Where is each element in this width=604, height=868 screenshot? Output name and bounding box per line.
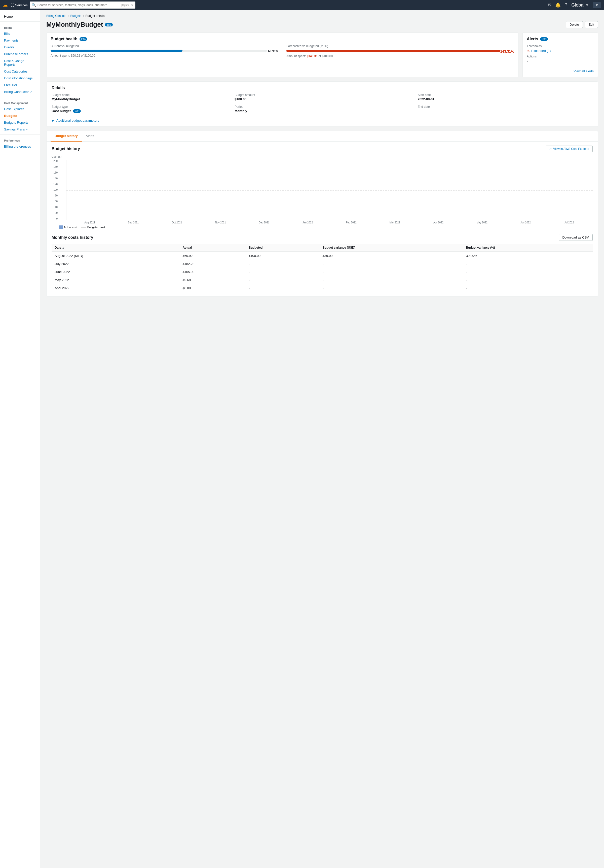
legend-budgeted: Budgeted cost (81, 226, 105, 229)
search-input[interactable] (37, 3, 120, 7)
y-80: 80 (55, 194, 58, 197)
budget-amount-label: Budget amount (235, 93, 409, 97)
help-icon[interactable]: ? (565, 3, 567, 8)
sidebar-item-bills[interactable]: Bills (0, 30, 40, 37)
budget-type-info[interactable]: Info (73, 109, 80, 113)
page-info-badge[interactable]: Info (105, 23, 113, 26)
legend-budgeted-line (81, 227, 87, 228)
cell-date-4: April 2022 (52, 284, 179, 292)
breadcrumb-sep2: › (83, 14, 84, 18)
cell-variance_pct-4: - (463, 284, 593, 292)
col-variance-pct[interactable]: Budget variance (%) (463, 244, 593, 252)
cell-date-3: May 2022 (52, 276, 179, 284)
col-variance-usd[interactable]: Budget variance (USD) (320, 244, 463, 252)
forecasted-progress-fill (286, 50, 501, 52)
warning-icon: ⚠ (527, 49, 530, 53)
sidebar-item-cost-usage-reports[interactable]: Cost & Usage Reports (0, 57, 40, 68)
additional-params-toggle[interactable]: ► Additional budget parameters (52, 116, 593, 122)
sidebar-item-budgets[interactable]: Budgets (0, 112, 40, 119)
end-date-label: End date (418, 105, 593, 108)
sidebar-item-cost-allocation-tags[interactable]: Cost allocation tags (0, 75, 40, 82)
cell-budgeted-0: $100.00 (246, 252, 320, 260)
cell-variance_pct-3: - (463, 276, 593, 284)
top-navigation: ☁ ☷ Services 🔍 [Option+S] ✉ 🔔 ? Global ▼… (0, 0, 604, 10)
y-40: 40 (55, 206, 58, 209)
title-actions: Delete Edit (566, 21, 598, 28)
x-label-9: May 2022 (461, 220, 503, 224)
external-link-icon: ↗ (30, 90, 32, 93)
view-all-alerts-link[interactable]: View all alerts (527, 66, 594, 73)
sidebar-item-budgets-reports[interactable]: Budgets Reports (0, 119, 40, 126)
col-budgeted[interactable]: Budgeted (246, 244, 320, 252)
chart-area: Cost ($) 200 180 160 140 120 100 80 60 4… (52, 155, 593, 229)
breadcrumb-billing-console[interactable]: Billing Console (46, 14, 66, 18)
col-actual[interactable]: Actual (179, 244, 246, 252)
x-label-6: Feb 2022 (330, 220, 372, 224)
monthly-costs-header: Monthly costs history Download as CSV (52, 234, 593, 241)
sidebar-item-billing-conductor[interactable]: Billing Conductor ↗ (0, 88, 40, 95)
cell-actual-2: $105.90 (179, 268, 246, 276)
sidebar-item-credits[interactable]: Credits (0, 44, 40, 51)
budget-name-label: Budget name (52, 93, 227, 97)
current-progress-row: 60.91% (51, 50, 278, 53)
details-card: Details Budget name MyMonthlyBudget Budg… (46, 81, 598, 127)
sidebar-item-cost-categories[interactable]: Cost Categories (0, 68, 40, 75)
view-cost-explorer-button[interactable]: ↗ View in AWS Cost Explorer (546, 146, 593, 152)
breadcrumb-budgets[interactable]: Budgets (70, 14, 81, 18)
budget-history-section: Budget history ↗ View in AWS Cost Explor… (46, 141, 598, 296)
page-title-row: MyMonthlyBudget Info Delete Edit (46, 21, 598, 28)
breadcrumb-current: Budget details (85, 14, 104, 18)
download-csv-button[interactable]: Download as CSV (559, 234, 593, 241)
col-date[interactable]: Date ▲ (52, 244, 179, 252)
account-button[interactable]: ▼ (593, 2, 601, 8)
start-date-label: Start date (418, 93, 593, 97)
x-label-10: Jun 2022 (505, 220, 547, 224)
cell-budgeted-3: - (246, 276, 320, 284)
delete-button[interactable]: Delete (566, 21, 583, 28)
sidebar-item-billing-preferences[interactable]: Billing preferences (0, 143, 40, 150)
notifications-icon[interactable]: ✉ (547, 2, 551, 8)
tabs-row: Budget history Alerts (46, 131, 598, 141)
table-header-row: Date ▲ Actual Budgeted Budget variance (… (52, 244, 593, 252)
alerts-info-badge[interactable]: Info (540, 37, 548, 41)
x-label-3: Nov 2021 (199, 220, 242, 224)
sidebar-item-cost-explorer[interactable]: Cost Explorer (0, 105, 40, 112)
edit-button[interactable]: Edit (585, 21, 598, 28)
current-metric: Current vs. budgeted 60.91% Amount spent… (51, 44, 278, 58)
sidebar: Home Billing Bills Payments Credits Purc… (0, 10, 40, 868)
exceeded-threshold: ⚠ Exceeded (1) (527, 49, 594, 53)
savings-external-icon: ↗ (26, 128, 28, 131)
y-0: 0 (56, 217, 58, 220)
region-button[interactable]: Global ▼ (571, 3, 589, 8)
sidebar-item-free-tier[interactable]: Free Tier (0, 82, 40, 88)
bell-icon[interactable]: 🔔 (555, 2, 561, 8)
budget-line (66, 190, 593, 191)
cell-actual-0: $60.92 (179, 252, 246, 260)
start-date-value: 2022-08-01 (418, 97, 593, 101)
health-info-badge[interactable]: Info (80, 37, 87, 41)
y-60: 60 (55, 200, 58, 203)
budget-type-field: Budget type Cost budget Info (52, 105, 227, 113)
sidebar-item-savings-plans[interactable]: Savings Plans ↗ (0, 126, 40, 133)
sidebar-item-purchase-orders[interactable]: Purchase orders (0, 51, 40, 57)
y-140: 140 (53, 177, 58, 180)
cell-variance_pct-1: - (463, 260, 593, 268)
tab-alerts[interactable]: Alerts (82, 131, 98, 141)
start-date-field: Start date 2022-08-01 (418, 93, 593, 101)
x-label-4: Dec 2021 (243, 220, 285, 224)
services-button[interactable]: ☷ Services (11, 3, 28, 8)
x-label-2: Oct 2021 (156, 220, 198, 224)
exceeded-badge[interactable]: Exceeded (1) (531, 49, 551, 53)
sidebar-item-home[interactable]: Home (0, 13, 40, 20)
legend-actual: Actual cost (59, 225, 77, 229)
sidebar-item-payments[interactable]: Payments (0, 37, 40, 44)
details-grid: Budget name MyMonthlyBudget Budget amoun… (52, 93, 593, 113)
cell-variance_usd-4: - (320, 284, 463, 292)
cell-actual-3: $9.68 (179, 276, 246, 284)
table-row-1: July 2022$182.28--- (52, 260, 593, 268)
forecasted-amount: Amount spent: $143.31 of $100.00 (286, 54, 514, 58)
cell-budgeted-2: - (246, 268, 320, 276)
budget-amount-value: $100.00 (235, 97, 409, 101)
actions-value: - (527, 59, 594, 63)
tab-budget-history[interactable]: Budget history (51, 131, 82, 141)
